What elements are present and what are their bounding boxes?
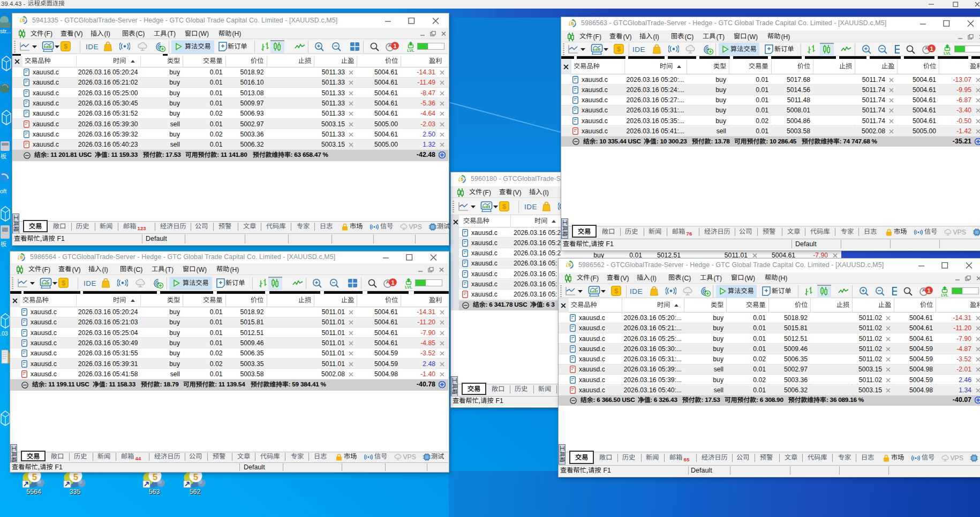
svg-text:1: 1 [391, 279, 394, 285]
svg-text:LVL: LVL [405, 285, 412, 289]
svg-text:1: 1 [393, 43, 396, 49]
svg-text:$: $ [617, 45, 621, 53]
svg-text:LVL: LVL [407, 48, 414, 52]
svg-text:5: 5 [22, 17, 25, 23]
svg-text:5: 5 [568, 262, 571, 268]
svg-text:5: 5 [73, 472, 78, 482]
svg-text:5: 5 [153, 472, 157, 482]
svg-text:$: $ [64, 42, 68, 50]
svg-text:5: 5 [193, 472, 198, 482]
svg-text:5: 5 [571, 20, 574, 26]
svg-text:5: 5 [461, 176, 464, 182]
svg-text:1: 1 [927, 287, 930, 293]
svg-text:$: $ [614, 287, 619, 295]
svg-text:5: 5 [32, 472, 37, 482]
svg-text:1: 1 [930, 45, 933, 52]
svg-text:LVL: LVL [944, 51, 951, 55]
svg-text:$: $ [62, 279, 66, 287]
svg-text:LVL: LVL [941, 293, 948, 297]
svg-text:$: $ [502, 202, 507, 210]
svg-text:5: 5 [20, 254, 23, 260]
